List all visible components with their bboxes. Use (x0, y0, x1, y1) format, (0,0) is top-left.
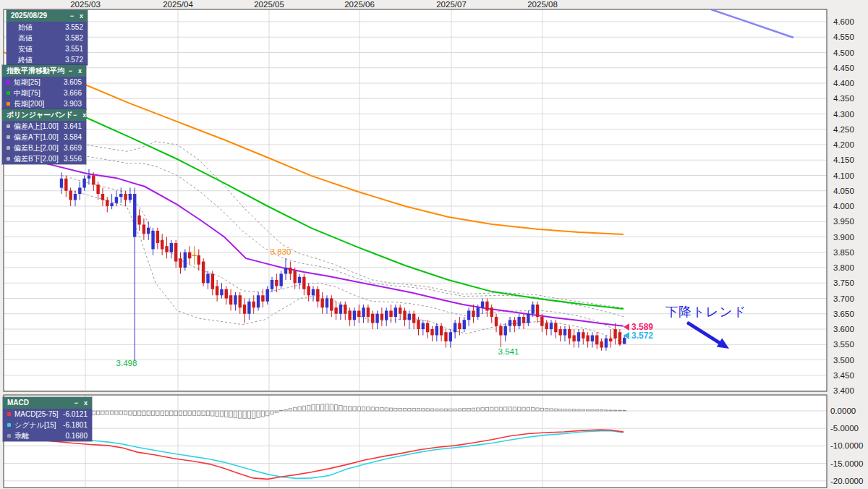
close-icon[interactable]: x (78, 68, 82, 75)
series-color-dot (7, 80, 10, 84)
price-label: 4.600 (833, 17, 854, 26)
price-label: 4.000 (833, 202, 854, 211)
price-label: 4.050 (833, 187, 854, 195)
price-label: 4.350 (833, 94, 854, 103)
ohlc-close-row: 終値 3.572 (7, 54, 88, 65)
price-label: 3.850 (833, 248, 854, 257)
crash-low-label: 3.498 (116, 359, 137, 367)
price-label: 4.250 (833, 125, 854, 134)
price-label: 3.650 (833, 310, 854, 318)
close-icon[interactable]: x (80, 13, 83, 20)
bollinger-panel: ボリンジャーバンド − x 偏差A上[1.00] 3.641 偏差A下[1.00… (2, 109, 86, 164)
minimize-icon[interactable]: − (69, 68, 72, 75)
ema-short-row: 短期[25] 3.605 (2, 77, 86, 88)
macd-panel-header[interactable]: MACD − x (3, 397, 92, 409)
series-color-dot (7, 412, 11, 416)
price-label: 3.600 (833, 325, 854, 333)
macd-axis-label: 0.0000 (830, 407, 856, 415)
price-label: 4.450 (833, 64, 854, 72)
ema-panel: 指数平滑移動平均 − x 短期[25] 3.605 中期[75] 3.666 長… (2, 65, 86, 109)
boll-a-lower-row: 偏差A下[1.00] 3.584 (2, 132, 86, 143)
minimize-icon[interactable]: − (73, 112, 77, 119)
price-label: 3.750 (833, 278, 854, 287)
price-label: 4.200 (833, 140, 854, 149)
ema-panel-header[interactable]: 指数平滑移動平均 − x (2, 65, 86, 77)
price-label: 4.400 (833, 79, 854, 88)
price-label: 3.900 (833, 233, 854, 242)
minimize-icon[interactable]: − (70, 13, 74, 20)
month-label: 2025/07 (436, 0, 467, 9)
bollinger-panel-header[interactable]: ボリンジャーバンド − x (2, 109, 86, 121)
ema-long-row: 長期[200] 3.903 (2, 98, 86, 109)
macd-signal-row: シグナル[15] -6.1801 (3, 420, 92, 430)
price-label: 3.500 (833, 356, 854, 365)
minimize-icon[interactable]: − (75, 400, 78, 407)
price-label: 4.300 (833, 110, 854, 119)
price-label: 3.450 (833, 371, 854, 380)
price-label: 4.550 (833, 33, 854, 41)
macd-panel: MACD − x MACD[25-75] -6.0121 シグナル[15] -6… (3, 397, 92, 441)
boll-a-upper-row: 偏差A上[1.00] 3.641 (2, 121, 86, 132)
price-chart-canvas[interactable]: 2025/032025/042025/052025/062025/072025/… (0, 0, 868, 489)
macd-axis-label: -20.0000 (830, 477, 863, 485)
series-color-dot (7, 434, 11, 438)
july-low-label: 3.541 (498, 347, 519, 356)
series-color-dot (7, 146, 10, 150)
ohlc-high-row: 高値 3.582 (7, 33, 88, 43)
ohlc-panel: 2025/08/29 − x 始値 3.552 高値 3.582 安値 3.55… (7, 10, 88, 65)
price-marker-label: 3.572 (631, 331, 653, 341)
month-label: 2025/04 (163, 0, 193, 9)
ohlc-panel-title: 2025/08/29 (11, 12, 70, 20)
ema-mid-row: 中期[75] 3.666 (2, 88, 86, 98)
macd-axis-label: -5.0000 (830, 424, 859, 433)
series-color-dot (7, 423, 11, 427)
price-label: 3.550 (833, 340, 854, 349)
price-label: 3.400 (833, 386, 854, 395)
close-icon[interactable]: x (84, 400, 88, 407)
series-color-dot (7, 157, 10, 161)
price-label: 4.100 (833, 171, 854, 180)
macd-axis-label: -10.0000 (830, 441, 863, 450)
series-color-dot (7, 135, 10, 139)
bollinger-panel-title: ボリンジャーバンド (7, 111, 73, 119)
chart-app: 2025/032025/042025/052025/062025/072025/… (0, 0, 868, 489)
macd-panel-title: MACD (7, 399, 75, 407)
ohlc-panel-header[interactable]: 2025/08/29 − x (7, 10, 88, 22)
ohlc-open-row: 始値 3.552 (7, 22, 88, 33)
macd-line-row: MACD[25-75] -6.0121 (3, 409, 92, 420)
ohlc-low-row: 安値 3.551 (7, 43, 88, 54)
macd-axis-label: -15.0000 (830, 459, 863, 468)
series-color-dot (7, 102, 10, 106)
series-color-dot (7, 124, 10, 128)
boll-b-upper-row: 偏差B上[2.00] 3.669 (2, 143, 86, 153)
month-label: 2025/06 (344, 0, 375, 9)
price-label: 3.700 (833, 294, 854, 303)
month-label: 2025/03 (70, 0, 101, 9)
month-label: 2025/05 (254, 0, 284, 9)
price-label: 4.500 (833, 48, 854, 57)
price-label: 3.950 (833, 217, 854, 226)
price-label: 3.800 (833, 263, 854, 272)
series-color-dot (7, 91, 10, 95)
month-label: 2025/08 (527, 0, 558, 9)
macd-divergence-row: 乖離 0.1680 (3, 430, 92, 441)
ema-panel-title: 指数平滑移動平均 (7, 67, 69, 75)
price-label: 4.150 (833, 156, 854, 164)
boll-b-lower-row: 偏差B下[2.00] 3.556 (2, 153, 86, 164)
downtrend-label: 下降トレンド (665, 305, 747, 319)
swing-high-label: 3.830 (271, 247, 292, 256)
close-icon[interactable]: x (82, 112, 86, 119)
